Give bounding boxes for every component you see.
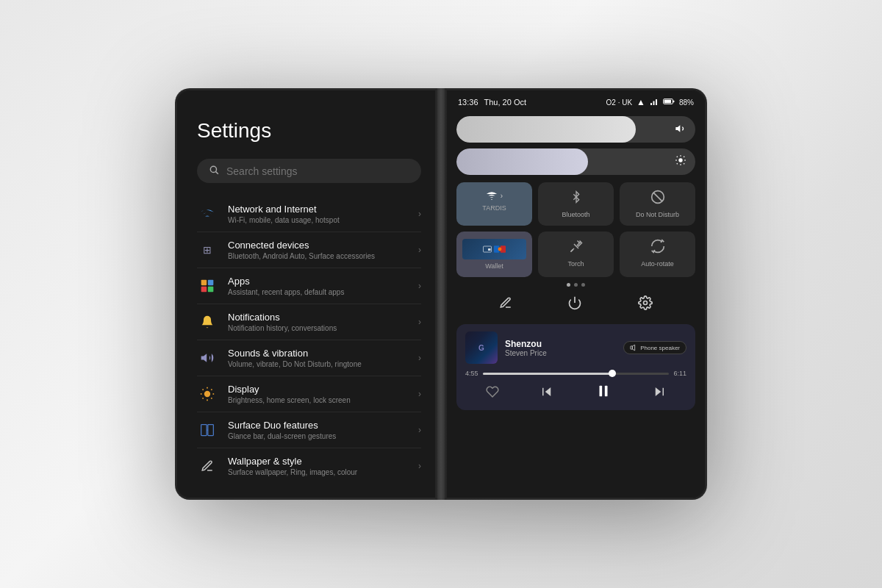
network-chevron: › bbox=[418, 209, 421, 219]
duo-chevron: › bbox=[418, 425, 421, 435]
brightness-slider-track[interactable] bbox=[456, 148, 695, 175]
connected-chevron: › bbox=[418, 245, 421, 255]
action-row bbox=[456, 293, 695, 317]
connected-text: Connected devices Bluetooth, Android Aut… bbox=[228, 240, 408, 260]
quick-tiles-row-2: Wallet bbox=[456, 232, 695, 277]
connected-icon: ⊞ bbox=[197, 240, 218, 260]
display-text: Display Brightness, home screen, lock sc… bbox=[228, 384, 408, 404]
tile-wifi-label: TARDIS bbox=[482, 204, 506, 212]
svg-marker-46 bbox=[633, 345, 635, 351]
prev-button[interactable] bbox=[540, 385, 553, 401]
svg-rect-3 bbox=[208, 280, 214, 286]
progress-row: 4:55 6:11 bbox=[465, 370, 686, 377]
status-time: 13:36 bbox=[458, 98, 478, 107]
svg-point-44 bbox=[644, 301, 648, 305]
wallpaper-title: Wallpaper & style bbox=[228, 456, 408, 467]
dot-2 bbox=[574, 283, 578, 287]
volume-fill bbox=[456, 116, 636, 143]
svg-rect-39 bbox=[488, 248, 491, 251]
apps-icon bbox=[197, 276, 218, 296]
network-icon bbox=[197, 204, 218, 224]
dot-1 bbox=[567, 283, 570, 287]
edit-action-icon[interactable] bbox=[499, 296, 512, 313]
bluetooth-icon bbox=[570, 190, 582, 208]
search-icon bbox=[209, 165, 219, 177]
song-artist: Steven Price bbox=[505, 349, 616, 357]
svg-line-14 bbox=[203, 398, 204, 398]
notifications-title: Notifications bbox=[228, 312, 408, 323]
settings-item-connected[interactable]: ⊞ Connected devices Bluetooth, Android A… bbox=[197, 232, 421, 268]
apps-chevron: › bbox=[418, 281, 421, 291]
torch-icon bbox=[570, 239, 583, 257]
svg-line-10 bbox=[203, 390, 204, 390]
settings-item-network[interactable]: Network and Internet Wi-Fi, mobile, data… bbox=[197, 196, 421, 232]
settings-item-wallpaper[interactable]: Wallpaper & style Surface wallpaper, Rin… bbox=[197, 448, 421, 484]
svg-rect-49 bbox=[599, 386, 602, 397]
settings-action-icon[interactable] bbox=[638, 295, 653, 314]
scene: Settings bbox=[175, 88, 707, 500]
settings-list: Network and Internet Wi-Fi, mobile, data… bbox=[197, 196, 421, 484]
dots-indicator bbox=[456, 283, 695, 287]
brightness-slider-row[interactable] bbox=[456, 148, 695, 175]
svg-marker-51 bbox=[656, 387, 662, 396]
svg-rect-4 bbox=[201, 287, 207, 293]
svg-marker-6 bbox=[201, 354, 207, 362]
tile-bluetooth[interactable]: Bluetooth bbox=[538, 182, 614, 226]
settings-item-display[interactable]: Display Brightness, home screen, lock sc… bbox=[197, 376, 421, 412]
notifications-icon bbox=[197, 312, 218, 332]
tile-bluetooth-label: Bluetooth bbox=[562, 211, 589, 218]
battery-pct: 88% bbox=[679, 98, 694, 107]
speaker-badge[interactable]: Phone speaker bbox=[623, 341, 686, 354]
battery-icon bbox=[663, 98, 675, 107]
settings-item-apps[interactable]: Apps Assistant, recent apps, default app… bbox=[197, 268, 421, 304]
progress-track[interactable] bbox=[483, 373, 670, 375]
volume-slider-track[interactable] bbox=[456, 116, 695, 143]
svg-rect-24 bbox=[664, 100, 671, 104]
search-input[interactable] bbox=[226, 165, 409, 177]
hinge bbox=[436, 88, 446, 500]
notifications-chevron: › bbox=[418, 317, 421, 327]
svg-rect-17 bbox=[208, 425, 214, 436]
tile-wallet-label: Wallet bbox=[485, 262, 503, 270]
tile-wallet[interactable]: Wallet bbox=[456, 232, 532, 277]
duo-icon bbox=[197, 420, 218, 440]
svg-line-34 bbox=[684, 157, 684, 157]
settings-item-notifications[interactable]: Notifications Notification history, conv… bbox=[197, 304, 421, 340]
svg-line-15 bbox=[211, 390, 212, 390]
brightness-icon bbox=[675, 154, 686, 169]
svg-line-29 bbox=[677, 157, 678, 157]
autorotate-icon bbox=[650, 239, 665, 257]
sounds-chevron: › bbox=[418, 353, 421, 363]
pause-button[interactable] bbox=[595, 383, 612, 403]
power-action-icon[interactable] bbox=[567, 295, 582, 314]
quick-tiles-row-1: › TARDIS Bluetooth bbox=[456, 182, 695, 226]
display-chevron: › bbox=[418, 389, 421, 399]
tile-dnd[interactable]: Do Not Disturb bbox=[620, 182, 695, 226]
svg-line-33 bbox=[677, 163, 678, 164]
heart-button[interactable] bbox=[486, 385, 499, 401]
next-button[interactable] bbox=[653, 385, 666, 401]
tile-wifi[interactable]: › TARDIS bbox=[456, 182, 532, 226]
settings-item-sounds[interactable]: Sounds & vibration Volume, vibrate, Do N… bbox=[197, 340, 421, 376]
album-art: G bbox=[465, 331, 498, 364]
device-wrapper: Settings bbox=[175, 88, 707, 500]
volume-slider-row[interactable] bbox=[456, 116, 695, 143]
svg-rect-50 bbox=[604, 386, 607, 397]
dnd-icon bbox=[650, 190, 665, 208]
volume-icon bbox=[675, 123, 686, 137]
tile-autorotate[interactable]: Auto-rotate bbox=[620, 232, 695, 277]
svg-rect-16 bbox=[201, 425, 207, 436]
music-player: G Shenzou Steven Price Phone speaker bbox=[456, 324, 695, 410]
svg-line-37 bbox=[653, 193, 662, 201]
brightness-fill bbox=[456, 148, 588, 175]
settings-item-duo[interactable]: Surface Duo features Glance bar, dual-sc… bbox=[197, 412, 421, 448]
svg-line-11 bbox=[211, 398, 212, 398]
signal-icon bbox=[650, 97, 659, 107]
svg-rect-5 bbox=[208, 287, 214, 293]
tile-dnd-label: Do Not Disturb bbox=[636, 211, 679, 218]
tile-torch[interactable]: Torch bbox=[538, 232, 614, 277]
apps-title: Apps bbox=[228, 276, 408, 287]
sounds-title: Sounds & vibration bbox=[228, 348, 408, 359]
search-bar[interactable] bbox=[197, 159, 421, 183]
svg-line-1 bbox=[216, 172, 218, 174]
